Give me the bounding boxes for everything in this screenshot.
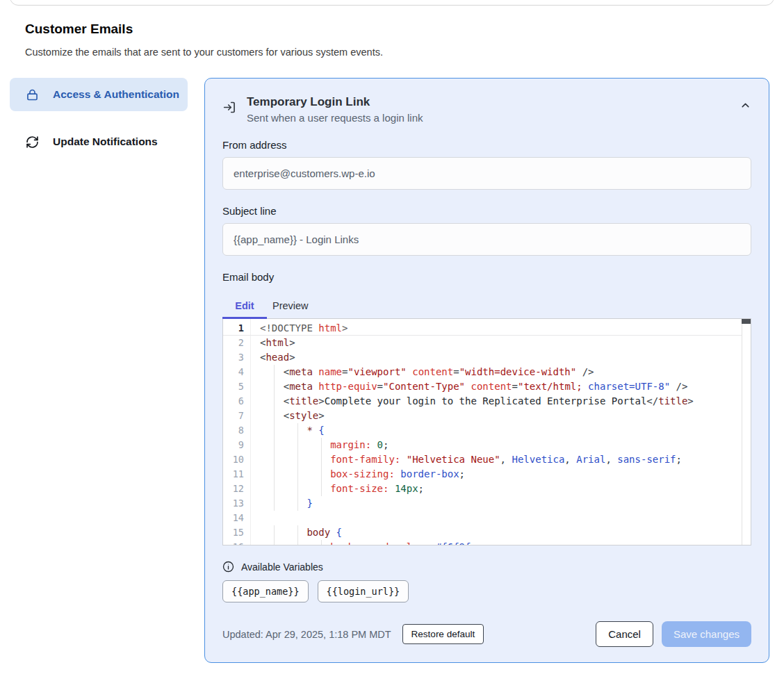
line-number: 12 (223, 482, 244, 496)
line-number: 2 (223, 336, 244, 350)
code-line[interactable]: 3<head> (223, 350, 742, 365)
code-line[interactable]: 1<!DOCTYPE html> (223, 321, 742, 336)
code-text: <head> (260, 350, 295, 365)
page-subtitle: Customize the emails that are sent to yo… (25, 47, 784, 58)
code-line[interactable]: 8 * { (223, 423, 742, 438)
line-number: 13 (223, 496, 244, 511)
chevron-up-icon (740, 99, 751, 111)
previous-card-edge (10, 0, 774, 6)
code-line[interactable]: 14 (223, 511, 742, 525)
code-text: font-family: "Helvetica Neue", Helvetica… (260, 452, 682, 467)
line-number: 8 (223, 423, 244, 438)
line-number: 7 (223, 409, 244, 423)
variable-chips: {{app_name}}{{login_url}} (222, 580, 751, 602)
login-icon (222, 100, 237, 115)
subject-line-input[interactable] (222, 223, 751, 256)
code-text: margin: 0; (260, 438, 389, 452)
email-sections-nav: Access & AuthenticationUpdate Notificati… (10, 78, 188, 158)
code-line[interactable]: 16 background-color: #f6f9fc; (223, 540, 742, 545)
code-text: * { (260, 423, 325, 438)
editor-scrollbar[interactable] (742, 319, 751, 545)
sidebar-item-update-notifications[interactable]: Update Notifications (10, 125, 188, 158)
code-line[interactable]: 5 <meta http-equiv="Content-Type" conten… (223, 379, 742, 394)
code-text: background-color: #f6f9fc; (260, 540, 482, 545)
email-body-label: Email body (222, 271, 751, 283)
sidebar-item-access-authentication[interactable]: Access & Authentication (10, 78, 188, 111)
code-text: <meta http-equiv="Content-Type" content=… (260, 379, 687, 394)
save-changes-button[interactable]: Save changes (662, 621, 751, 647)
email-title: Temporary Login Link (247, 95, 730, 109)
line-number: 14 (223, 511, 244, 525)
code-text: font-size: 14px; (260, 482, 424, 496)
code-line[interactable]: 9 margin: 0; (223, 438, 742, 452)
available-variables-label: Available Variables (241, 561, 323, 573)
from-address-label: From address (222, 139, 751, 151)
code-text: } (260, 496, 313, 511)
subject-line-label: Subject line (222, 205, 751, 217)
sidebar-item-label: Update Notifications (53, 133, 158, 150)
code-line[interactable]: 13 } (223, 496, 742, 511)
email-description: Sent when a user requests a login link (247, 112, 730, 124)
sidebar-item-label: Access & Authentication (53, 86, 179, 103)
code-editor-lines: 1<!DOCTYPE html>2<html>3<head>4 <meta na… (223, 319, 742, 545)
refresh-icon (25, 135, 40, 149)
code-text: <meta name="viewport" content="width=dev… (260, 365, 594, 379)
page-title: Customer Emails (25, 22, 784, 37)
line-number: 3 (223, 350, 244, 365)
code-line[interactable]: 11 box-sizing: border-box; (223, 467, 742, 482)
line-number: 15 (223, 525, 244, 540)
editor-tabs: EditPreview (222, 293, 751, 318)
editor-scrollbar-thumb[interactable] (742, 319, 751, 324)
code-text: box-sizing: border-box; (260, 467, 465, 482)
code-line[interactable]: 6 <title>Complete your login to the Repl… (223, 394, 742, 409)
tab-preview[interactable]: Preview (267, 300, 314, 311)
code-text: <!DOCTYPE html> (260, 321, 348, 336)
available-variables-row: Available Variables (222, 561, 751, 573)
line-number: 6 (223, 394, 244, 409)
from-address-input[interactable] (222, 157, 751, 190)
email-settings-card: Temporary Login Link Sent when a user re… (204, 78, 769, 663)
cancel-button[interactable]: Cancel (596, 621, 653, 647)
code-text: body { (260, 525, 342, 540)
code-line[interactable]: 4 <meta name="viewport" content="width=d… (223, 365, 742, 379)
variable-chip[interactable]: {{app_name}} (222, 580, 309, 602)
code-line[interactable]: 10 font-family: "Helvetica Neue", Helvet… (223, 452, 742, 467)
line-number: 10 (223, 452, 244, 467)
editor-wrap: 1<!DOCTYPE html>2<html>3<head>4 <meta na… (222, 318, 751, 545)
main-layout: Access & AuthenticationUpdate Notificati… (10, 78, 774, 663)
collapse-button[interactable] (740, 99, 751, 111)
restore-default-button[interactable]: Restore default (402, 624, 484, 644)
line-number: 9 (223, 438, 244, 452)
line-number: 11 (223, 467, 244, 482)
tab-edit[interactable]: Edit (222, 300, 267, 311)
code-line[interactable]: 2<html> (223, 336, 742, 350)
active-tab-indicator (222, 317, 267, 319)
line-number: 16 (223, 540, 244, 545)
card-footer: Updated: Apr 29, 2025, 1:18 PM MDT Resto… (222, 621, 751, 647)
card-header: Temporary Login Link Sent when a user re… (222, 95, 751, 124)
code-editor[interactable]: 1<!DOCTYPE html>2<html>3<head>4 <meta na… (222, 318, 751, 545)
variable-chip[interactable]: {{login_url}} (318, 580, 409, 602)
code-line[interactable]: 12 font-size: 14px; (223, 482, 742, 496)
lock-icon (25, 88, 40, 102)
code-line[interactable]: 7 <style> (223, 409, 742, 423)
code-text: <html> (260, 336, 295, 350)
code-line[interactable]: 15 body { (223, 525, 742, 540)
code-text: <title>Complete your login to the Replic… (260, 394, 694, 409)
line-number: 5 (223, 379, 244, 394)
updated-timestamp: Updated: Apr 29, 2025, 1:18 PM MDT (222, 629, 391, 640)
line-number: 1 (223, 321, 244, 336)
card-header-text: Temporary Login Link Sent when a user re… (247, 95, 730, 124)
info-icon (222, 561, 234, 573)
code-text: <style> (260, 409, 325, 423)
line-number: 4 (223, 365, 244, 379)
